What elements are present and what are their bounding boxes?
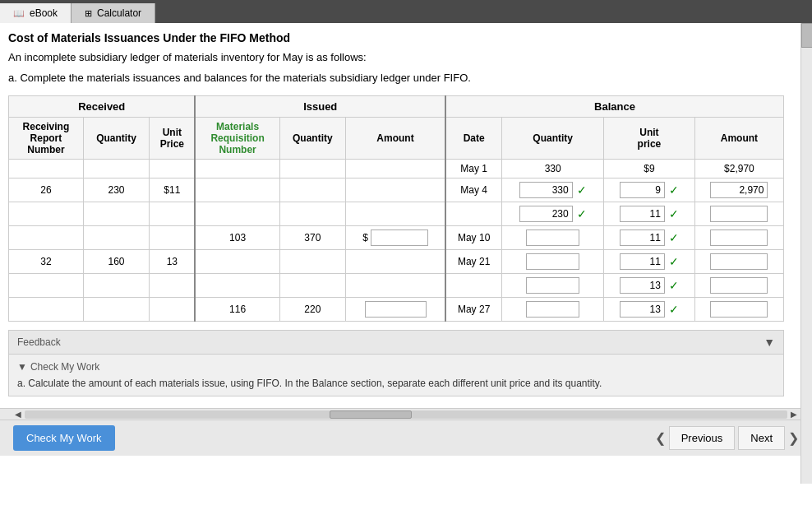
cell-iss-amt-empty-may21 bbox=[346, 250, 445, 274]
cell-bal-qty-row6 bbox=[502, 274, 604, 298]
feedback-section: Feedback ▼ bbox=[8, 330, 784, 355]
check-icon-9: ✓ bbox=[669, 183, 679, 197]
input-bal-qty-230[interactable] bbox=[519, 206, 573, 222]
instruction-a: a. Complete the materials issuances and … bbox=[8, 72, 784, 84]
scrollbar-thumb[interactable] bbox=[801, 23, 812, 48]
cell-bal-unit-13-checked-2: ✓ bbox=[604, 298, 695, 322]
cell-date-may21: May 21 bbox=[445, 250, 502, 274]
cell-rec-empty-may27-1 bbox=[9, 298, 84, 322]
input-bal-unit-13b[interactable] bbox=[620, 301, 665, 318]
ebook-icon: 📖 bbox=[13, 8, 25, 19]
scroll-right-arrow[interactable]: ▶ bbox=[787, 410, 800, 419]
cell-bal-qty-may21 bbox=[502, 250, 604, 274]
table-row: ✓ ✓ bbox=[9, 202, 784, 226]
cell-iss-qty-220: 220 bbox=[279, 298, 345, 322]
input-bal-unit-11c[interactable] bbox=[620, 253, 665, 270]
col-issued-amount: Amount bbox=[346, 118, 445, 160]
input-bal-unit-13a[interactable] bbox=[620, 277, 665, 294]
cell-rec-empty-c bbox=[150, 226, 196, 250]
cmw-hint: a. Calculate the amount of each material… bbox=[17, 378, 775, 389]
cmw-triangle: ▼ bbox=[17, 361, 27, 373]
cell-rec-empty-a bbox=[9, 226, 84, 250]
cell-iss-qty-370: 370 bbox=[279, 226, 345, 250]
cell-rec-price-13: 13 bbox=[150, 250, 196, 274]
input-bal-unit-9[interactable] bbox=[620, 182, 665, 198]
input-bal-qty-may21[interactable] bbox=[526, 253, 579, 270]
cell-bal-unit-11-checked-3: ✓ bbox=[604, 250, 695, 274]
cell-date-empty-row6 bbox=[445, 274, 502, 298]
cell-bal-amount-2970 bbox=[694, 178, 783, 202]
cell-date-may27: May 27 bbox=[445, 298, 502, 322]
input-bal-qty-row6[interactable] bbox=[526, 277, 579, 294]
cell-bal-unit-11-checked-2: ✓ bbox=[604, 226, 695, 250]
cell-empty-3 bbox=[150, 202, 196, 226]
previous-button[interactable]: Previous bbox=[669, 426, 736, 450]
cell-bal-amount-may27 bbox=[694, 298, 783, 322]
cell-bal-qty-330-checked: ✓ bbox=[502, 178, 604, 202]
footer: Check My Work ❮ Previous Next ❯ bbox=[0, 420, 812, 456]
cell-rec-empty-may27-3 bbox=[150, 298, 196, 322]
calculator-icon: ⊞ bbox=[85, 8, 92, 19]
tab-ebook[interactable]: 📖 eBook bbox=[0, 3, 72, 23]
input-bal-unit-11a[interactable] bbox=[620, 206, 665, 222]
col-unit-price: UnitPrice bbox=[150, 118, 196, 160]
cell-bal-amount-row6 bbox=[694, 274, 783, 298]
balance-group-header: Balance bbox=[445, 96, 784, 118]
cell-bal-amount-empty-1 bbox=[694, 202, 783, 226]
input-bal-qty-330[interactable] bbox=[519, 182, 573, 198]
cmw-label: Check My Work bbox=[30, 361, 99, 373]
check-my-work-button[interactable]: Check My Work bbox=[13, 425, 115, 451]
cell-empty-row6-3 bbox=[150, 274, 196, 298]
table-row: 116 220 May 27 ✓ bbox=[9, 298, 784, 322]
input-iss-amount-103[interactable] bbox=[371, 230, 428, 246]
check-icon-330: ✓ bbox=[577, 183, 587, 197]
tab-calculator[interactable]: ⊞ Calculator bbox=[72, 3, 155, 23]
cell-mrn bbox=[195, 160, 279, 178]
cell-rec-num bbox=[9, 160, 84, 178]
feedback-toggle[interactable]: ▼ bbox=[764, 336, 775, 349]
scroll-track bbox=[25, 410, 787, 419]
input-bal-amount-may27[interactable] bbox=[710, 301, 768, 318]
horizontal-scrollbar[interactable]: ◀ ▶ bbox=[0, 408, 812, 420]
cell-date-may10: May 10 bbox=[445, 226, 502, 250]
cell-iss-amount-input: $ bbox=[346, 226, 445, 250]
check-my-work-section: ▼ Check My Work a. Calculate the amount … bbox=[8, 355, 784, 396]
page-title: Cost of Materials Issuances Under the FI… bbox=[8, 31, 784, 44]
cell-empty-row6-2 bbox=[83, 274, 149, 298]
ledger-table: Received Issued Balance ReceivingReportN… bbox=[8, 95, 784, 322]
received-group-header: Received bbox=[9, 96, 196, 118]
scroll-left-arrow[interactable]: ◀ bbox=[12, 410, 25, 419]
input-bal-amount-a[interactable] bbox=[710, 206, 768, 222]
table-row: 32 160 13 May 21 ✓ bbox=[9, 250, 784, 274]
cell-bal-qty-230-checked: ✓ bbox=[502, 202, 604, 226]
cell-iss-qty bbox=[279, 160, 345, 178]
cmw-title: ▼ Check My Work bbox=[17, 361, 775, 373]
cell-rec-num-32: 32 bbox=[9, 250, 84, 274]
cell-empty-6 bbox=[346, 202, 445, 226]
cell-bal-qty-may10 bbox=[502, 226, 604, 250]
cell-empty-4 bbox=[195, 202, 279, 226]
scroll-thumb[interactable] bbox=[330, 410, 412, 419]
input-iss-amount-116[interactable] bbox=[365, 301, 427, 318]
input-bal-amount-2970[interactable] bbox=[710, 182, 768, 198]
cell-empty-2 bbox=[83, 202, 149, 226]
next-button[interactable]: Next bbox=[738, 426, 785, 450]
input-bal-qty-may10[interactable] bbox=[526, 230, 579, 246]
input-bal-amount-may10[interactable] bbox=[710, 230, 768, 246]
check-icon-230: ✓ bbox=[577, 207, 587, 220]
cell-bal-unit-13-checked-1: ✓ bbox=[604, 274, 695, 298]
input-bal-unit-11b[interactable] bbox=[620, 230, 665, 246]
feedback-label: Feedback bbox=[17, 336, 61, 348]
vertical-scrollbar[interactable] bbox=[800, 23, 812, 484]
cell-empty-row6-5 bbox=[279, 274, 345, 298]
cell-date-empty bbox=[445, 202, 502, 226]
cell-rec-empty-b bbox=[83, 226, 149, 250]
check-icon-11a: ✓ bbox=[669, 207, 679, 220]
input-bal-amount-row6[interactable] bbox=[710, 277, 768, 294]
col-mrn: MaterialsRequisitionNumber bbox=[195, 118, 279, 160]
input-bal-amount-may21[interactable] bbox=[710, 253, 768, 270]
cell-bal-qty-may27 bbox=[502, 298, 604, 322]
input-bal-qty-may27[interactable] bbox=[526, 301, 579, 318]
cell-empty-row6-6 bbox=[346, 274, 445, 298]
cell-rec-qty-160: 160 bbox=[83, 250, 149, 274]
